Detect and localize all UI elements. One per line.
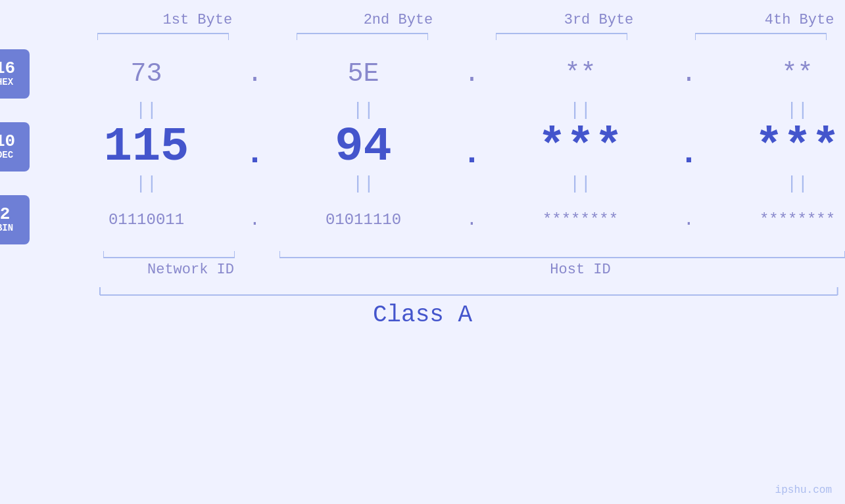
eq2-1: || [55, 173, 239, 194]
hex-dot2: . [456, 59, 489, 89]
main-container: 1st Byte 2nd Byte 3rd Byte 4th Byte [0, 0, 845, 504]
host-id-label: Host ID [550, 262, 610, 278]
byte-3-header: 3rd Byte [514, 12, 684, 28]
hex-byte1: 73 [55, 59, 239, 89]
eq2-4: || [706, 173, 846, 194]
class-bottom-bracket [99, 286, 845, 296]
dec-byte4: *** [706, 124, 846, 171]
eq1-4: || [706, 100, 846, 120]
dec-badge: 10 DEC [0, 122, 30, 172]
byte-1-header: 1st Byte [112, 12, 283, 28]
dec-byte2: 94 [272, 124, 456, 171]
hex-dot1: . [239, 59, 272, 89]
byte3-top-bracket [496, 31, 627, 43]
bin-dot2: . [456, 210, 489, 230]
hex-byte4: ** [706, 59, 846, 89]
bin-byte1: 01110011 [55, 211, 239, 229]
hex-badge: 16 HEX [0, 49, 30, 99]
bin-badge: 2 BIN [0, 195, 30, 244]
host-bottom-bracket [279, 248, 845, 260]
bin-byte4: ******** [706, 211, 846, 229]
eq2-3: || [489, 173, 673, 194]
bin-dot3: . [673, 210, 706, 230]
byte4-top-bracket [695, 31, 827, 43]
eq1-2: || [272, 100, 456, 120]
hex-byte3: ** [489, 59, 673, 89]
watermark: ipshu.com [775, 484, 832, 496]
eq2-2: || [272, 173, 456, 194]
byte2-top-bracket [297, 31, 428, 43]
class-label: Class A [373, 302, 472, 329]
byte-2-header: 2nd Byte [313, 12, 483, 28]
hex-byte2: 5E [272, 59, 456, 89]
dec-dot1: . [239, 122, 272, 172]
bin-byte3: ******** [489, 211, 673, 229]
bin-byte2: 01011110 [272, 211, 456, 229]
byte-headers-row: 1st Byte 2nd Byte 3rd Byte 4th Byte [39, 0, 845, 28]
bin-dot1: . [239, 210, 272, 230]
byte1-top-bracket [97, 31, 229, 43]
hex-dot3: . [673, 59, 706, 89]
byte-4-header: 4th Byte [714, 12, 845, 28]
network-bottom-bracket [103, 248, 235, 260]
network-id-label: Network ID [147, 262, 234, 278]
dec-dot2: . [456, 122, 489, 172]
dec-byte1: 115 [55, 124, 239, 171]
eq1-1: || [55, 100, 239, 120]
dec-dot3: . [673, 122, 706, 172]
eq1-3: || [489, 100, 673, 120]
dec-byte3: *** [489, 124, 673, 171]
